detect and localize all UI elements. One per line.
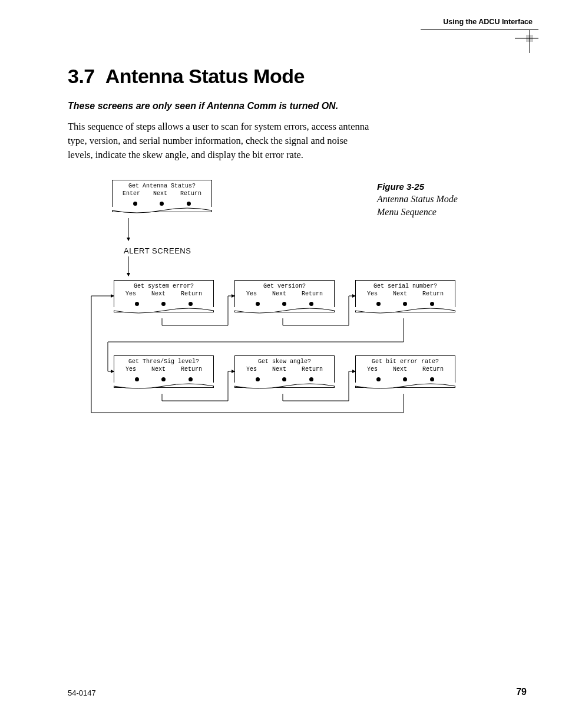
menu-box-row1-0: Get system error? Yes Next Return — [114, 280, 214, 312]
menu-option: Return — [422, 291, 444, 297]
menu-title: Get Antenna Status? — [113, 183, 211, 189]
dot-icon — [282, 302, 286, 306]
dot-icon — [430, 302, 434, 306]
dot-icon — [135, 302, 139, 306]
menu-option: Yes — [367, 366, 378, 373]
menu-option: Next — [393, 291, 407, 297]
dot-icon — [309, 377, 313, 381]
menu-option: Return — [181, 291, 202, 297]
dot-icon — [309, 302, 313, 306]
dot-icon — [376, 302, 381, 306]
section-number: 3.7 — [68, 65, 95, 87]
dot-icon — [133, 202, 137, 206]
menu-box-row2-1: Get skew angle? Yes Next Return — [234, 355, 335, 388]
dot-icon — [160, 202, 164, 206]
menu-title: Get system error? — [114, 283, 213, 289]
doc-id: 54-0147 — [68, 689, 96, 697]
figure-diagram: Figure 3-25 Antenna Status Mode Menu Seq… — [68, 177, 515, 424]
menu-option: Return — [180, 190, 201, 197]
dot-icon — [187, 202, 191, 206]
dot-icon — [161, 377, 166, 381]
menu-option: Next — [153, 190, 167, 197]
menu-option: Return — [181, 366, 202, 373]
menu-box-row2-0: Get Thres/Sig level? Yes Next Return — [114, 355, 214, 388]
dot-icon — [189, 377, 193, 381]
menu-title: Get Thres/Sig level? — [114, 358, 213, 365]
dot-icon — [256, 302, 260, 306]
menu-box-row1-1: Get version? Yes Next Return — [234, 280, 335, 312]
menu-option: Yes — [125, 366, 136, 373]
section-heading: 3.7Antenna Status Mode — [68, 65, 492, 88]
menu-option: Yes — [246, 366, 257, 373]
menu-option: Enter — [123, 190, 140, 197]
running-head: Using the ADCU Interface — [421, 18, 538, 30]
section-subheading: These screens are only seen if Antenna C… — [68, 101, 492, 111]
crop-mark-icon — [515, 29, 538, 53]
menu-option: Return — [302, 291, 323, 297]
menu-option: Next — [151, 291, 166, 297]
menu-option: Yes — [125, 291, 136, 297]
menu-option: Next — [151, 366, 166, 373]
menu-box-top: Get Antenna Status? Enter Next Return — [112, 180, 212, 212]
menu-box-row2-2: Get bit error rate? Yes Next Return — [355, 355, 455, 388]
dot-icon — [256, 377, 260, 381]
menu-option: Yes — [367, 291, 378, 297]
menu-title: Get skew angle? — [235, 358, 334, 365]
menu-option: Return — [422, 366, 444, 373]
menu-title: Get bit error rate? — [356, 358, 455, 365]
page-number: 79 — [516, 687, 527, 697]
dot-icon — [282, 377, 286, 381]
menu-option: Next — [272, 291, 286, 297]
menu-option: Next — [393, 366, 407, 373]
section-title-text: Antenna Status Mode — [105, 65, 305, 87]
dot-icon — [403, 377, 407, 381]
menu-title: Get serial number? — [356, 283, 455, 289]
dot-icon — [135, 377, 139, 381]
menu-option: Yes — [246, 291, 257, 297]
menu-title: Get version? — [235, 283, 334, 289]
dot-icon — [161, 302, 166, 306]
menu-option: Return — [302, 366, 323, 373]
section-body: This sequence of steps allows a user to … — [68, 120, 374, 162]
menu-option: Next — [272, 366, 286, 373]
dot-icon — [189, 302, 193, 306]
dot-icon — [403, 302, 407, 306]
dot-icon — [430, 377, 434, 381]
alert-screens-label: ALERT SCREENS — [124, 246, 191, 255]
dot-icon — [376, 377, 381, 381]
menu-box-row1-2: Get serial number? Yes Next Return — [355, 280, 455, 312]
